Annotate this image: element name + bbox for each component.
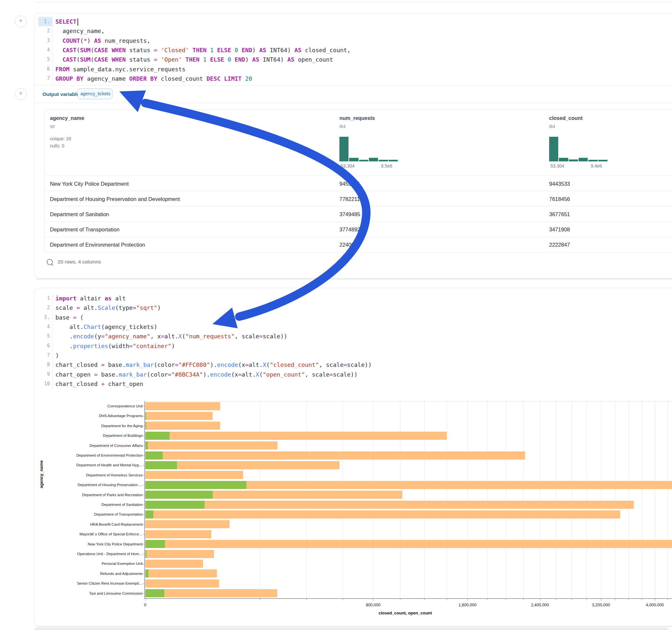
line-number: 1 xyxy=(35,294,50,303)
code-line[interactable]: .encode(y="agency_name", x=alt.X("num_re… xyxy=(55,332,287,341)
code-line[interactable]: CAST(SUM(CASE WHEN status = 'Closed' THE… xyxy=(55,45,351,55)
line-number: 4 xyxy=(35,322,50,332)
histogram-bar xyxy=(369,158,378,162)
table-footer-summary: 20 rows, 4 columns xyxy=(58,259,101,265)
code-output-separator xyxy=(34,85,672,86)
cell-num-requests: 2240041 xyxy=(339,242,360,248)
line-number: 7 xyxy=(35,350,50,360)
code-line[interactable]: alt.Chart(agency_tickets) xyxy=(55,322,157,332)
table-row[interactable]: Department of Transportation 3774892 347… xyxy=(44,222,672,237)
previous-cell-edge xyxy=(34,0,672,3)
code-line[interactable]: ) xyxy=(55,350,59,360)
histogram-bar xyxy=(389,160,398,162)
cell-closed-count: 3677651 xyxy=(549,211,570,217)
code-line[interactable]: .properties(width="container") xyxy=(55,341,175,350)
histogram-bar xyxy=(359,160,368,162)
line-number: 8 xyxy=(35,360,50,369)
cell-agency-name: New York City Police Department xyxy=(50,180,129,187)
add-cell-button-middle[interactable]: + xyxy=(15,88,27,100)
python-cell-shadow xyxy=(36,626,672,627)
column-histogram xyxy=(339,137,398,162)
code-line[interactable]: CAST(SUM(CASE WHEN status = 'Open' THEN … xyxy=(55,55,333,64)
cell-agency-name: Department of Housing Preservation and D… xyxy=(50,196,180,202)
table-row[interactable]: Department of Housing Preservation and D… xyxy=(44,191,672,207)
histogram-bar xyxy=(559,158,568,162)
line-number: 3 xyxy=(35,36,50,45)
column-dtype: i64 xyxy=(339,124,345,129)
histogram-max-label: 9.4e6 xyxy=(591,163,602,169)
histogram-bar xyxy=(569,160,578,162)
line-number: 5 xyxy=(35,332,50,341)
add-cell-button-top[interactable]: + xyxy=(15,16,27,27)
sql-cell: 1⌄SELECT2 agency_name,3 COUNT(*) AS num_… xyxy=(34,13,672,278)
sql-editor[interactable]: 1⌄SELECT2 agency_name,3 COUNT(*) AS num_… xyxy=(34,17,650,88)
cell-closed-count: 2222847 xyxy=(549,242,570,248)
code-line[interactable]: agency_name, xyxy=(55,26,105,35)
line-number: 10 xyxy=(35,379,50,389)
output-variable-pill[interactable]: agency_tickets xyxy=(77,89,113,99)
table-row[interactable]: Department of Environmental Protection 2… xyxy=(44,237,672,252)
python-editor[interactable]: 1import altair as alt2scale = alt.Scale(… xyxy=(34,294,650,391)
code-line[interactable]: FROM sample_data.nyc.service_requests xyxy=(55,65,186,74)
code-line[interactable]: base = ( xyxy=(55,313,83,322)
sql-cell-shadow xyxy=(36,278,672,280)
code-line[interactable]: scale = alt.Scale(type="sqrt") xyxy=(55,303,161,312)
column-histogram xyxy=(549,137,607,162)
column-stat: unique: 20 xyxy=(50,136,71,141)
column-header-num_requests[interactable]: num_requests xyxy=(339,115,375,121)
histogram-bar xyxy=(339,137,349,162)
fold-chevron-icon[interactable]: ⌄ xyxy=(48,316,50,320)
code-line[interactable]: GROUP BY agency_name ORDER BY closed_cou… xyxy=(55,74,252,83)
notebook-page: + + 1⌄SELECT2 agency_name,3 COUNT(*) AS … xyxy=(0,0,672,630)
output-variable-label: Output variable: xyxy=(43,91,81,97)
column-header-agency_name[interactable]: agency_name xyxy=(50,115,84,121)
line-number: 2 xyxy=(35,26,50,35)
histogram-max-label: 9.5e6 xyxy=(381,163,392,169)
cell-agency-name: Department of Environmental Protection xyxy=(50,242,145,248)
line-number: 4 xyxy=(35,45,50,55)
code-line[interactable]: SELECT xyxy=(55,17,78,26)
cell-closed-count: 3471908 xyxy=(549,226,570,233)
search-icon[interactable] xyxy=(47,259,53,265)
code-line[interactable]: chart_closed = base.mark_bar(color="#FFC… xyxy=(55,360,371,369)
code-line[interactable]: chart_open = base.mark_bar(color="#8BC34… xyxy=(55,370,358,379)
column-dtype: i64 xyxy=(549,124,555,129)
cell-agency-name: Department of Transportation xyxy=(50,226,120,233)
cell-num-requests: 9453131 xyxy=(339,180,360,187)
next-cell-edge xyxy=(34,628,669,630)
line-number: 7 xyxy=(35,74,50,83)
cell-num-requests: 7782211 xyxy=(339,196,360,202)
cell-agency-name: Department of Sanitation xyxy=(50,211,109,217)
histogram-bar xyxy=(349,158,358,162)
histogram-min-label: 53,304 xyxy=(550,163,565,169)
column-stat: nulls: 0 xyxy=(50,143,64,148)
line-number: 2 xyxy=(35,303,50,312)
code-line[interactable]: import altair as alt xyxy=(55,294,126,303)
line-number: 9 xyxy=(35,370,50,379)
table-row[interactable]: New York City Police Department 9453131 … xyxy=(44,176,672,191)
cell-closed-count: 7618456 xyxy=(549,196,570,202)
line-number: 1⌄ xyxy=(35,17,50,27)
cell-num-requests: 3749485 xyxy=(339,211,360,217)
column-dtype: str xyxy=(50,124,55,129)
histogram-bar xyxy=(598,160,607,162)
fold-chevron-icon[interactable]: ⌄ xyxy=(48,20,50,24)
line-number: 5 xyxy=(35,55,50,64)
histogram-min-label: 53,304 xyxy=(341,163,355,169)
code-line[interactable]: chart_closed + chart_open xyxy=(55,379,143,389)
code-line[interactable]: COUNT(*) AS num_requests, xyxy=(55,36,150,45)
text-cursor xyxy=(77,19,78,26)
column-header-closed_count[interactable]: closed_count xyxy=(549,115,582,121)
cell-num-requests: 3774892 xyxy=(339,226,360,233)
table-row[interactable]: Department of Sanitation 3749485 3677651 xyxy=(44,206,672,222)
dataframe-table: agency_namestrunique: 20nulls: 0num_requ… xyxy=(44,109,672,252)
histogram-bar xyxy=(549,137,558,162)
histogram-bar xyxy=(589,160,597,162)
line-number: 3⌄ xyxy=(35,313,50,322)
python-cell: 1import altair as alt2scale = alt.Scale(… xyxy=(34,288,672,626)
cell-closed-count: 9443533 xyxy=(549,180,570,187)
histogram-bar xyxy=(379,160,388,162)
output-separator xyxy=(34,103,672,103)
line-number: 6 xyxy=(35,341,50,350)
line-number: 6 xyxy=(35,65,50,74)
